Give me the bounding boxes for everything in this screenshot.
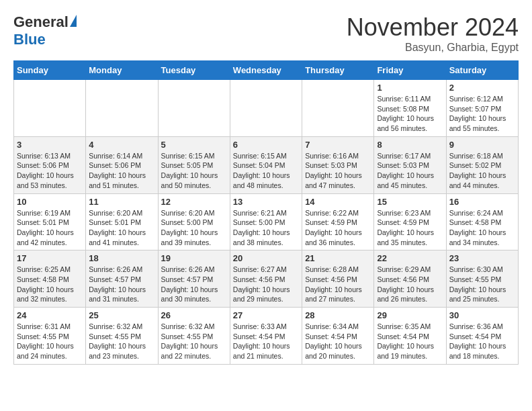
day-info: Sunrise: 6:36 AM Sunset: 4:54 PM Dayligh… — [449, 322, 515, 361]
calendar-cell: 29Sunrise: 6:35 AM Sunset: 4:54 PM Dayli… — [374, 308, 446, 365]
day-info: Sunrise: 6:28 AM Sunset: 4:56 PM Dayligh… — [305, 265, 371, 304]
day-number: 17 — [17, 253, 83, 263]
calendar-week-row: 17Sunrise: 6:25 AM Sunset: 4:58 PM Dayli… — [14, 250, 519, 308]
day-info: Sunrise: 6:21 AM Sunset: 5:00 PM Dayligh… — [233, 208, 299, 248]
calendar-cell: 7Sunrise: 6:16 AM Sunset: 5:03 PM Daylig… — [302, 136, 374, 193]
day-number: 10 — [17, 197, 83, 207]
calendar-cell: 25Sunrise: 6:32 AM Sunset: 4:55 PM Dayli… — [86, 308, 158, 365]
weekday-header: Tuesday — [158, 61, 230, 80]
day-info: Sunrise: 6:16 AM Sunset: 5:03 PM Dayligh… — [305, 151, 371, 191]
calendar-cell: 18Sunrise: 6:26 AM Sunset: 4:57 PM Dayli… — [86, 250, 158, 308]
weekday-header: Wednesday — [230, 61, 302, 80]
day-number: 16 — [449, 197, 515, 207]
calendar-cell: 16Sunrise: 6:24 AM Sunset: 4:58 PM Dayli… — [446, 193, 518, 250]
day-number: 5 — [161, 140, 227, 150]
day-number: 30 — [449, 310, 515, 320]
title-section: November 2024 Basyun, Gharbia, Egypt — [347, 13, 519, 54]
day-number: 1 — [377, 83, 443, 93]
calendar-cell: 23Sunrise: 6:30 AM Sunset: 4:55 PM Dayli… — [446, 250, 518, 308]
day-info: Sunrise: 6:27 AM Sunset: 4:56 PM Dayligh… — [233, 265, 299, 304]
day-info: Sunrise: 6:32 AM Sunset: 4:55 PM Dayligh… — [89, 322, 154, 361]
day-number: 19 — [161, 253, 227, 263]
day-number: 28 — [305, 310, 371, 320]
calendar-cell: 1Sunrise: 6:11 AM Sunset: 5:08 PM Daylig… — [374, 80, 446, 137]
logo-triangle-icon — [70, 15, 77, 27]
day-info: Sunrise: 6:25 AM Sunset: 4:58 PM Dayligh… — [17, 265, 83, 304]
calendar-cell: 22Sunrise: 6:29 AM Sunset: 4:56 PM Dayli… — [374, 250, 446, 308]
calendar-cell — [14, 80, 86, 137]
calendar-cell: 15Sunrise: 6:23 AM Sunset: 4:59 PM Dayli… — [374, 193, 446, 250]
calendar-cell: 8Sunrise: 6:17 AM Sunset: 5:03 PM Daylig… — [374, 136, 446, 193]
day-info: Sunrise: 6:24 AM Sunset: 4:58 PM Dayligh… — [449, 208, 515, 248]
day-number: 26 — [161, 310, 227, 320]
calendar-header-row: SundayMondayTuesdayWednesdayThursdayFrid… — [14, 61, 519, 80]
day-info: Sunrise: 6:20 AM Sunset: 5:00 PM Dayligh… — [161, 208, 227, 248]
day-info: Sunrise: 6:15 AM Sunset: 5:04 PM Dayligh… — [233, 151, 299, 191]
calendar-week-row: 3Sunrise: 6:13 AM Sunset: 5:06 PM Daylig… — [14, 136, 519, 193]
calendar-cell: 10Sunrise: 6:19 AM Sunset: 5:01 PM Dayli… — [14, 193, 86, 250]
day-info: Sunrise: 6:30 AM Sunset: 4:55 PM Dayligh… — [449, 265, 515, 304]
day-info: Sunrise: 6:20 AM Sunset: 5:01 PM Dayligh… — [89, 208, 154, 248]
calendar-cell: 2Sunrise: 6:12 AM Sunset: 5:07 PM Daylig… — [446, 80, 518, 137]
weekday-header: Monday — [86, 61, 158, 80]
day-number: 25 — [89, 310, 154, 320]
day-number: 14 — [305, 197, 371, 207]
day-info: Sunrise: 6:14 AM Sunset: 5:06 PM Dayligh… — [89, 151, 154, 191]
day-info: Sunrise: 6:13 AM Sunset: 5:06 PM Dayligh… — [17, 151, 83, 191]
day-number: 6 — [233, 140, 299, 150]
calendar-cell: 30Sunrise: 6:36 AM Sunset: 4:54 PM Dayli… — [446, 308, 518, 365]
calendar-cell: 14Sunrise: 6:22 AM Sunset: 4:59 PM Dayli… — [302, 193, 374, 250]
logo: General Blue — [13, 13, 77, 48]
calendar-cell: 19Sunrise: 6:26 AM Sunset: 4:57 PM Dayli… — [158, 250, 230, 308]
day-info: Sunrise: 6:12 AM Sunset: 5:07 PM Dayligh… — [449, 94, 515, 134]
day-number: 2 — [449, 83, 515, 93]
calendar-cell: 6Sunrise: 6:15 AM Sunset: 5:04 PM Daylig… — [230, 136, 302, 193]
day-number: 24 — [17, 310, 83, 320]
day-info: Sunrise: 6:22 AM Sunset: 4:59 PM Dayligh… — [305, 208, 371, 248]
calendar-cell: 3Sunrise: 6:13 AM Sunset: 5:06 PM Daylig… — [14, 136, 86, 193]
calendar-cell — [302, 80, 374, 137]
calendar-week-row: 24Sunrise: 6:31 AM Sunset: 4:55 PM Dayli… — [14, 308, 519, 365]
calendar-cell: 9Sunrise: 6:18 AM Sunset: 5:02 PM Daylig… — [446, 136, 518, 193]
calendar-cell: 26Sunrise: 6:32 AM Sunset: 4:55 PM Dayli… — [158, 308, 230, 365]
page-header: General Blue November 2024 Basyun, Gharb… — [13, 13, 519, 54]
weekday-header: Sunday — [14, 61, 86, 80]
day-number: 7 — [305, 140, 371, 150]
calendar-cell — [158, 80, 230, 137]
day-number: 21 — [305, 253, 371, 263]
calendar-cell: 27Sunrise: 6:33 AM Sunset: 4:54 PM Dayli… — [230, 308, 302, 365]
day-number: 9 — [449, 140, 515, 150]
day-info: Sunrise: 6:33 AM Sunset: 4:54 PM Dayligh… — [233, 322, 299, 361]
day-info: Sunrise: 6:15 AM Sunset: 5:05 PM Dayligh… — [161, 151, 227, 191]
day-number: 12 — [161, 197, 227, 207]
calendar-cell — [230, 80, 302, 137]
day-number: 8 — [377, 140, 443, 150]
calendar-cell: 24Sunrise: 6:31 AM Sunset: 4:55 PM Dayli… — [14, 308, 86, 365]
calendar-cell: 17Sunrise: 6:25 AM Sunset: 4:58 PM Dayli… — [14, 250, 86, 308]
calendar-cell — [86, 80, 158, 137]
weekday-header: Saturday — [446, 61, 518, 80]
day-info: Sunrise: 6:17 AM Sunset: 5:03 PM Dayligh… — [377, 151, 443, 191]
day-info: Sunrise: 6:23 AM Sunset: 4:59 PM Dayligh… — [377, 208, 443, 248]
day-number: 18 — [89, 253, 154, 263]
month-title: November 2024 — [347, 13, 519, 42]
day-number: 20 — [233, 253, 299, 263]
day-info: Sunrise: 6:11 AM Sunset: 5:08 PM Dayligh… — [377, 94, 443, 134]
day-info: Sunrise: 6:19 AM Sunset: 5:01 PM Dayligh… — [17, 208, 83, 248]
calendar-cell: 20Sunrise: 6:27 AM Sunset: 4:56 PM Dayli… — [230, 250, 302, 308]
day-info: Sunrise: 6:32 AM Sunset: 4:55 PM Dayligh… — [161, 322, 227, 361]
calendar-week-row: 1Sunrise: 6:11 AM Sunset: 5:08 PM Daylig… — [14, 80, 519, 137]
weekday-header: Thursday — [302, 61, 374, 80]
weekday-header: Friday — [374, 61, 446, 80]
day-info: Sunrise: 6:18 AM Sunset: 5:02 PM Dayligh… — [449, 151, 515, 191]
day-number: 29 — [377, 310, 443, 320]
day-info: Sunrise: 6:29 AM Sunset: 4:56 PM Dayligh… — [377, 265, 443, 304]
day-info: Sunrise: 6:26 AM Sunset: 4:57 PM Dayligh… — [161, 265, 227, 304]
day-info: Sunrise: 6:35 AM Sunset: 4:54 PM Dayligh… — [377, 322, 443, 361]
logo-general: General — [13, 13, 69, 31]
calendar-cell: 4Sunrise: 6:14 AM Sunset: 5:06 PM Daylig… — [86, 136, 158, 193]
day-number: 23 — [449, 253, 515, 263]
day-number: 3 — [17, 140, 83, 150]
calendar-cell: 13Sunrise: 6:21 AM Sunset: 5:00 PM Dayli… — [230, 193, 302, 250]
day-number: 4 — [89, 140, 154, 150]
